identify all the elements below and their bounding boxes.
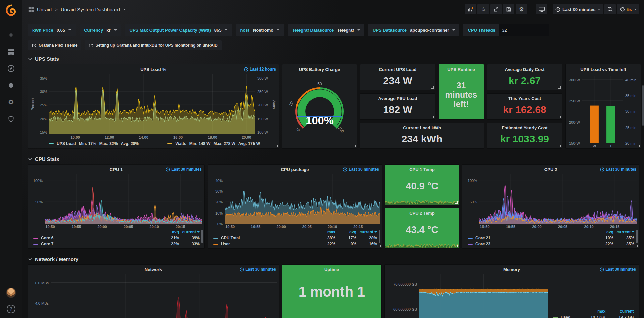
series-name[interactable]: User (221, 242, 230, 246)
refresh-interval-label[interactable]: 5s (627, 7, 632, 12)
series-name[interactable]: CPU Total (221, 236, 240, 240)
zoom-out-button[interactable] (604, 4, 616, 14)
panel-title[interactable]: UPS Runtime (439, 64, 484, 74)
refresh-button[interactable]: 5s (617, 4, 639, 14)
alerting-bell-icon[interactable] (7, 81, 15, 89)
legend-row[interactable]: CPU Total (213, 236, 315, 240)
legend-header-current[interactable]: current (356, 230, 377, 234)
series-name[interactable]: UPS Load (57, 141, 76, 146)
time-range-picker[interactable]: Last 30 minutes (553, 4, 603, 14)
section-cpu-stats[interactable]: CPU Stats (28, 153, 641, 165)
star-button[interactable]: ☆ (477, 4, 489, 14)
variable-value[interactable]: kr (106, 28, 110, 33)
variable-value[interactable]: 0.65 (57, 28, 65, 33)
series-name[interactable]: Watts (175, 141, 186, 146)
legend-scrollbar[interactable] (201, 230, 203, 243)
help-icon[interactable]: ? (7, 305, 15, 313)
legend-series-watts[interactable]: Watts Min: 148 W Max: 278 W Avg: 175 W (167, 141, 260, 146)
panel-title[interactable]: Average PSU Load (360, 94, 435, 103)
panel-time-range[interactable]: Last 30 minutes (600, 167, 636, 172)
legend-row[interactable]: Core 23 (468, 242, 593, 246)
legend-header-max[interactable]: max (577, 309, 605, 314)
ups-load-chart[interactable]: Percent 35%30%25%20%15% 300 W250 W200 W1… (30, 74, 277, 140)
panel-time-range[interactable]: Last 12 hours (244, 67, 276, 72)
legend-row[interactable]: Core 21 (468, 236, 593, 240)
cpu-threads-input[interactable] (499, 24, 549, 36)
legend-header-avg[interactable]: avg (158, 230, 179, 234)
variable-ups-max-output[interactable]: UPS Max Output Power Capacity (Watt) 865 (125, 24, 232, 36)
share-button[interactable] (490, 4, 502, 14)
series-name[interactable]: Used (561, 315, 570, 318)
panel-title[interactable]: Current Load kWh (360, 123, 484, 132)
panel-time-range[interactable]: Last 30 minutes (166, 167, 202, 172)
chart-plot[interactable] (582, 76, 623, 143)
panel-title[interactable]: This Years Cost (487, 94, 562, 103)
dashboards-icon[interactable] (7, 48, 15, 56)
ups-bars-chart[interactable]: 300 W250 W200 W150 W 40 min35 min30 min2… (568, 76, 639, 148)
page-scrollbar[interactable] (642, 85, 644, 126)
dashboard-settings-button[interactable]: ⚙ (516, 4, 527, 14)
panel-title[interactable]: Average Daily Cost (487, 64, 562, 74)
chart-plot[interactable] (225, 174, 380, 224)
add-panel-button[interactable] (465, 4, 476, 14)
server-admin-shield-icon[interactable] (7, 115, 15, 123)
save-button[interactable] (503, 4, 514, 14)
chevron-down-icon[interactable] (123, 9, 126, 10)
configuration-gear-icon[interactable]: ⚙ (7, 98, 15, 106)
cpu-package-chart[interactable]: 40%30%20%10%0% 19:5019:5520:0020:0520:10… (210, 174, 380, 229)
chart-plot[interactable] (419, 274, 548, 318)
link-grafana-plex-theme[interactable]: Grafana Plex Theme (28, 40, 81, 50)
link-ups-monitoring-guide[interactable]: Setting up Grafana and InfluxDB for UPS … (85, 40, 221, 50)
legend-header-avg[interactable]: avg (335, 230, 356, 234)
legend-scrollbar[interactable] (379, 230, 380, 243)
panel-time-range[interactable]: Last 30 minutes (240, 267, 276, 272)
panel-title[interactable]: UPS Battery Charge (282, 64, 357, 74)
variable-host[interactable]: host Nostromo (236, 24, 284, 36)
panel-time-range[interactable]: Last 30 minutes (600, 267, 636, 272)
network-chart[interactable]: 6.0 MBs4.0 MBs2.0 MBs (30, 274, 277, 318)
legend-row[interactable]: Used (553, 315, 577, 318)
grafana-logo[interactable] (4, 3, 18, 17)
panel-time-range[interactable]: Last 30 minutes (343, 167, 379, 172)
cpu2-chart[interactable]: 100%50% 19:5019:5520:0020:0520:1020:15 (464, 174, 637, 229)
cpu1-chart[interactable]: 100%50% 19:5019:5520:0020:0520:1020:15 (30, 174, 202, 229)
series-name[interactable]: Core 21 (475, 236, 490, 240)
variable-value[interactable]: Telegraf (337, 28, 354, 33)
memory-chart[interactable]: 70.000000 GB60.000000 GB50.000000 GB max… (387, 274, 637, 318)
series-name[interactable]: Core 6 (41, 236, 53, 240)
breadcrumb-folder[interactable]: Unraid (37, 7, 52, 12)
series-name[interactable]: Core 7 (41, 242, 53, 246)
panel-title[interactable]: Estimated Yearly Cost (487, 123, 562, 132)
variable-kwh-price[interactable]: kWh Price 0.65 (28, 24, 76, 36)
legend-scrollbar[interactable] (636, 230, 638, 243)
variable-value[interactable]: apcupsd-container (410, 28, 449, 33)
legend-row[interactable]: Core 6 (33, 236, 158, 240)
explore-icon[interactable] (7, 64, 15, 73)
variable-currency[interactable]: Currency kr (80, 24, 121, 36)
legend-series-ups-load[interactable]: UPS Load Min: 17% Max: 32% Avg: 20% (49, 141, 139, 146)
panel-title[interactable]: CPU 2 Temp (385, 208, 459, 217)
panel-title[interactable]: UPS Load % (28, 64, 279, 74)
chart-plot[interactable] (479, 174, 637, 224)
legend-header-max[interactable]: max (315, 230, 335, 234)
variable-ups-datasource[interactable]: UPS Datasource apcupsd-container (368, 24, 459, 36)
breadcrumb-dashboard[interactable]: Unraid System Dashboard (61, 7, 120, 12)
series-name[interactable]: Core 23 (475, 242, 490, 246)
panel-title[interactable]: CPU 1 Temp (385, 165, 459, 174)
panel-title[interactable]: Current UPS Load (360, 64, 435, 74)
legend-row[interactable]: User (213, 242, 315, 246)
chart-plot[interactable] (51, 274, 277, 318)
chart-plot[interactable] (49, 74, 255, 134)
section-ups-stats[interactable]: UPS Stats (28, 53, 641, 64)
legend-header-current[interactable]: current (605, 309, 634, 314)
create-icon[interactable] (7, 31, 15, 39)
legend-header-current[interactable]: current (179, 230, 200, 234)
legend-row[interactable]: Core 7 (33, 242, 158, 246)
legend-header-avg[interactable]: avg (593, 230, 613, 234)
variable-telegraf-datasource[interactable]: Telegraf Datasource Telegraf (288, 24, 364, 36)
legend-header-current[interactable]: current (613, 230, 634, 234)
panel-title[interactable]: UPS Load vs Time left (566, 64, 641, 74)
cycle-view-mode-button[interactable] (536, 4, 547, 14)
user-avatar[interactable] (6, 288, 16, 298)
chart-plot[interactable] (45, 174, 202, 224)
